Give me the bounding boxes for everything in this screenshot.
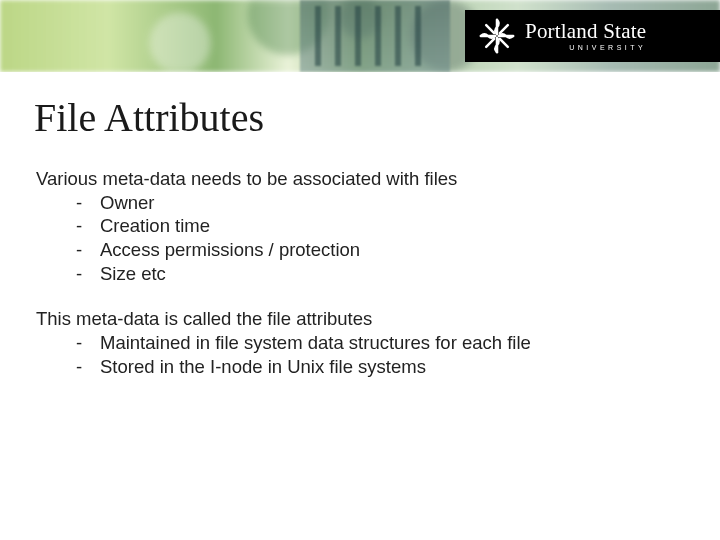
logo-wordmark: Portland State UNIVERSITY — [525, 21, 646, 51]
logo-main-text: Portland State — [525, 21, 646, 42]
list-item: Creation time — [36, 214, 684, 238]
slide-body: Various meta-data needs to be associated… — [36, 167, 684, 378]
section-1-list: Owner Creation time Access permissions /… — [36, 191, 684, 286]
slide-title: File Attributes — [34, 94, 720, 141]
section-1: Various meta-data needs to be associated… — [36, 167, 684, 285]
list-item: Access permissions / protection — [36, 238, 684, 262]
header-banner: Portland State UNIVERSITY — [0, 0, 720, 72]
banner-building — [300, 0, 450, 72]
list-item: Size etc — [36, 262, 684, 286]
section-1-intro: Various meta-data needs to be associated… — [36, 167, 684, 191]
list-item: Maintained in file system data structure… — [36, 331, 684, 355]
list-item: Owner — [36, 191, 684, 215]
slide: Portland State UNIVERSITY File Attribute… — [0, 0, 720, 540]
section-2-list: Maintained in file system data structure… — [36, 331, 684, 378]
logo-sub-text: UNIVERSITY — [525, 44, 646, 51]
section-2-intro: This meta-data is called the file attrib… — [36, 307, 684, 331]
list-item: Stored in the I-node in Unix file system… — [36, 355, 684, 379]
section-2: This meta-data is called the file attrib… — [36, 307, 684, 378]
psu-logo-icon — [479, 18, 515, 54]
logo-strip: Portland State UNIVERSITY — [465, 10, 720, 62]
